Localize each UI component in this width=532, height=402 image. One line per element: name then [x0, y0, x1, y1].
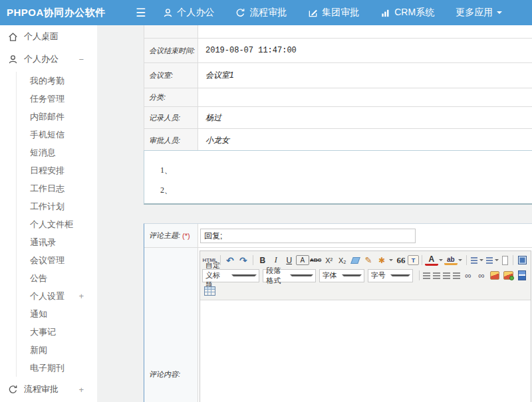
sidebar-item-label: 通讯录	[30, 237, 56, 247]
sidebar-item-personal-settings[interactable]: 个人设置+	[17, 287, 97, 305]
fullscreen-icon[interactable]	[518, 256, 527, 264]
italic-icon[interactable]: I	[269, 254, 283, 266]
sidebar-section-workflow-approval[interactable]: 流程审批 +	[0, 378, 97, 401]
color-palette-icon[interactable]: ✱	[375, 254, 388, 266]
toolbar-row-1: HTML ↶ ↷ B I U A ABC X²	[202, 252, 529, 268]
editor-content-area[interactable]	[200, 300, 531, 402]
sidebar-item-label: 新闻	[30, 345, 47, 355]
expand-icon[interactable]: +	[78, 385, 84, 395]
media-icon[interactable]	[518, 270, 526, 280]
sidebar-item-label: 个人桌面	[24, 31, 59, 43]
sidebar-item-attendance[interactable]: 我的考勤	[17, 72, 97, 90]
dropdown-caret-icon[interactable]	[458, 259, 462, 263]
sidebar-item-internal-mail[interactable]: 内部邮件	[17, 108, 97, 126]
person-icon	[163, 8, 173, 18]
field-value	[198, 88, 532, 106]
nav-item-label: 更多应用	[456, 7, 493, 19]
app-window: PHPOA协同办公软件 ☰ 个人办公 流程审批 集团审批	[0, 0, 532, 402]
sidebar-item-meeting-management[interactable]: 会议管理	[17, 251, 97, 269]
align-left-icon[interactable]	[423, 272, 430, 279]
eraser-icon[interactable]	[350, 257, 360, 264]
toolbar-separator	[253, 255, 253, 265]
expand-icon[interactable]: +	[78, 287, 84, 305]
format-brush-icon[interactable]: ✎	[362, 254, 375, 266]
sidebar-item-schedule[interactable]: 日程安排	[17, 161, 97, 179]
person-icon	[8, 54, 18, 64]
sidebar-item-sms[interactable]: 手机短信	[17, 126, 97, 144]
table-row-recorder: 记录人员: 杨过	[144, 107, 532, 129]
sidebar-item-work-plan[interactable]: 工作计划	[17, 197, 97, 215]
unlink-icon[interactable]: ∞	[475, 269, 488, 282]
toolbar-separator	[419, 270, 420, 280]
comment-subject-input[interactable]	[200, 229, 416, 243]
sidebar-item-work-log[interactable]: 工作日志	[17, 179, 97, 197]
image-icon[interactable]	[490, 271, 500, 280]
align-right-icon[interactable]	[443, 272, 450, 279]
dropdown-caret-icon	[290, 274, 313, 278]
nav-item-group-approval[interactable]: 集团审批	[308, 7, 359, 19]
link-icon[interactable]: ∞	[462, 269, 475, 282]
underline-icon[interactable]: U	[283, 254, 296, 266]
custom-heading-select[interactable]: 自定义标题	[202, 269, 259, 282]
sidebar-item-label: 手机短信	[30, 130, 65, 140]
sidebar-item-label: 任务管理	[30, 94, 65, 104]
sidebar: 个人桌面 个人办公 − 我的考勤 任务管理 内部邮件 手机短信 短消息 日程安排…	[0, 25, 98, 402]
field-label: 记录人员:	[144, 107, 198, 128]
align-justify-icon[interactable]	[453, 272, 460, 279]
field-label: 分类:	[144, 88, 198, 106]
boxed-text-icon[interactable]: A	[296, 255, 309, 265]
redo-icon[interactable]: ↷	[237, 254, 250, 266]
field-value: HTML ↶ ↷ B I U A ABC X²	[198, 248, 532, 402]
blockquote-icon[interactable]: 66	[394, 254, 408, 266]
paragraph-format-select[interactable]: 段落格式	[263, 269, 316, 282]
field-value: 会议室1	[198, 63, 532, 88]
highlight-icon[interactable]: ab	[444, 255, 458, 265]
new-page-icon[interactable]	[502, 256, 509, 265]
font-color-icon[interactable]: A	[425, 255, 438, 266]
field-label: 审批人员:	[144, 129, 198, 151]
field-value	[198, 25, 532, 38]
app-brand: PHPOA协同办公软件	[0, 7, 126, 19]
paste-from-word-icon[interactable]: T	[408, 255, 419, 265]
required-mark: (*)	[182, 232, 190, 240]
sidebar-item-e-journal[interactable]: 电子期刊	[17, 359, 97, 377]
field-value: 2019-08-07 11:47:00	[198, 39, 532, 62]
collapse-icon[interactable]: −	[78, 54, 84, 64]
sidebar-item-memorabilia[interactable]: 大事记	[17, 323, 97, 341]
nav-item-more-apps[interactable]: 更多应用	[456, 7, 502, 19]
image-upload-icon[interactable]	[503, 271, 513, 280]
nav-item-label: CRM系统	[394, 7, 434, 19]
sidebar-item-contacts[interactable]: 通讯录	[17, 233, 97, 251]
superscript-icon[interactable]: X²	[323, 254, 336, 266]
hamburger-menu-icon[interactable]: ☰	[136, 7, 146, 19]
sidebar-item-notice[interactable]: 通知	[17, 305, 97, 323]
font-family-select[interactable]: 字体	[319, 269, 364, 282]
dropdown-caret-icon[interactable]	[479, 259, 483, 263]
table-icon[interactable]	[204, 286, 215, 296]
ordered-list-icon[interactable]	[471, 257, 477, 264]
field-label: 评论主题: (*)	[144, 224, 198, 247]
sidebar-section-personal-office[interactable]: 个人办公 −	[0, 48, 97, 70]
top-navbar: PHPOA协同办公软件 ☰ 个人办公 流程审批 集团审批	[0, 0, 532, 25]
align-center-icon[interactable]	[433, 272, 440, 279]
dropdown-caret-icon[interactable]	[439, 259, 443, 263]
subscript-icon[interactable]: X₂	[336, 254, 349, 266]
bar-chart-icon	[380, 8, 390, 18]
bold-icon[interactable]: B	[256, 254, 269, 266]
sidebar-item-short-message[interactable]: 短消息	[17, 144, 97, 161]
unordered-list-icon[interactable]	[486, 257, 493, 264]
sidebar-item-file-cabinet[interactable]: 个人文件柜	[17, 215, 97, 233]
nav-item-personal-office[interactable]: 个人办公	[163, 7, 214, 19]
sidebar-item-tasks[interactable]: 任务管理	[17, 90, 97, 108]
nav-item-crm[interactable]: CRM系统	[380, 7, 434, 19]
field-value	[198, 224, 532, 247]
nav-item-workflow-approval[interactable]: 流程审批	[235, 7, 287, 19]
dropdown-caret-icon[interactable]	[495, 259, 499, 263]
strikethrough-icon[interactable]: ABC	[309, 254, 323, 266]
sidebar-item-announcement[interactable]: 公告	[17, 269, 97, 287]
sidebar-item-desktop[interactable]: 个人桌面	[0, 25, 97, 48]
toolbar-separator	[513, 255, 513, 265]
dropdown-caret-icon[interactable]	[389, 259, 393, 263]
sidebar-item-news[interactable]: 新闻	[17, 341, 97, 359]
font-size-select[interactable]: 字号	[368, 269, 413, 282]
